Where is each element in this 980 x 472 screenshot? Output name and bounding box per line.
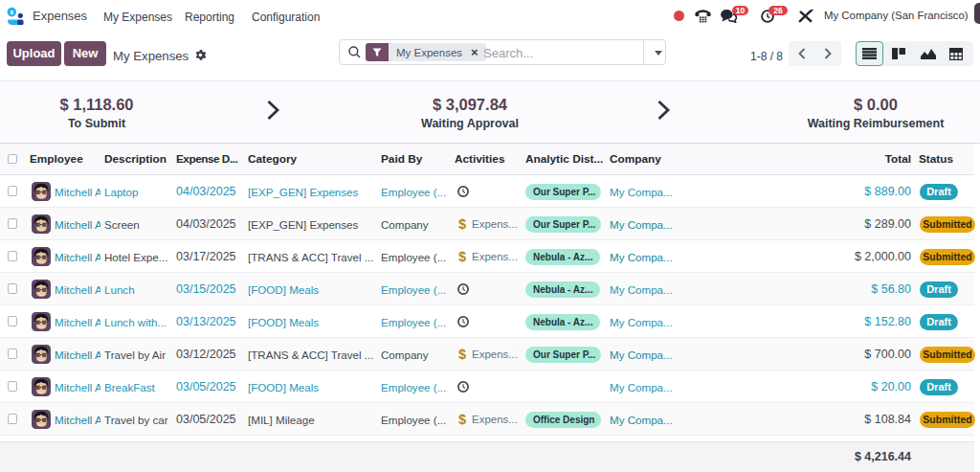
svg-text:$: $ (11, 9, 14, 15)
